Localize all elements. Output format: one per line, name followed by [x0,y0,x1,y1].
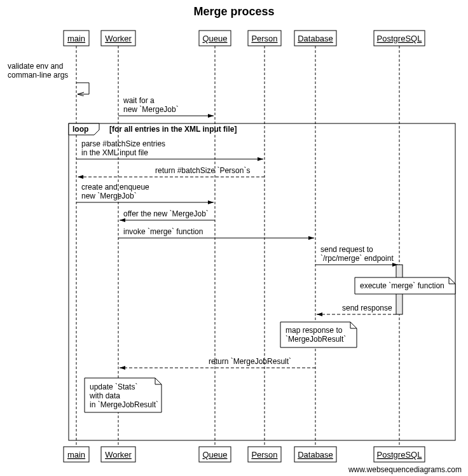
participant-bottom-main: main [64,447,89,462]
svg-text:Person: Person [251,450,277,459]
svg-text:send response: send response [342,304,392,312]
svg-text:Queue: Queue [202,450,227,459]
svg-text:PostgreSQL: PostgreSQL [377,450,422,459]
svg-text:parse #batchSize entriesin the: parse #batchSize entriesin the XML input… [81,139,165,157]
participant-top-worker: Worker [101,31,135,46]
msg-invoke-merge: invoke `merge` function [118,227,314,238]
svg-text:Worker: Worker [105,450,132,459]
participant-bottom-worker: Worker [101,447,135,462]
participant-top-database: Database [294,31,336,46]
svg-text:main: main [67,34,85,43]
svg-text:Database: Database [298,450,333,459]
msg-send-response: send response [317,304,396,314]
svg-text:return #batchSize `Person`s: return #batchSize `Person`s [155,166,250,175]
svg-text:invoke `merge` function: invoke `merge` function [123,227,203,236]
svg-text:validate env andcomman-line ar: validate env andcomman-line args [8,62,68,80]
participant-top-person: Person [248,31,281,46]
note-update-stats: update `Stats`with datain `MergeJobResul… [85,378,162,412]
sequence-diagram: Merge process main Worker Queue Person D… [0,0,468,476]
diagram-title: Merge process [193,5,274,18]
svg-text:main: main [67,450,85,459]
svg-text:create and enqueuenew `MergeJo: create and enqueuenew `MergeJob` [81,183,149,200]
svg-text:Queue: Queue [202,34,227,43]
svg-text:[for all entries in the XML in: [for all entries in the XML input file] [109,125,237,134]
participant-bottom-database: Database [294,447,336,462]
msg-parse-entries: parse #batchSize entriesin the XML input… [76,139,263,159]
svg-text:execute `merge` function: execute `merge` function [360,281,444,290]
credit: www.websequencediagrams.com [348,465,462,474]
participant-bottom-queue: Queue [199,447,231,462]
svg-text:loop: loop [72,125,88,134]
participant-bottom-postgresql: PostgreSQL [374,447,425,462]
svg-text:Database: Database [298,34,333,43]
participant-bottom-person: Person [248,447,281,462]
msg-create-enqueue: create and enqueuenew `MergeJob` [76,183,214,202]
note-map-response: map response to`MergeJobResult` [280,322,357,347]
svg-text:Person: Person [251,34,277,43]
svg-text:wait for anew `MergeJob`: wait for anew `MergeJob` [123,96,179,114]
svg-text:Worker: Worker [105,34,132,43]
msg-wait-for-mergejob: wait for anew `MergeJob` [118,96,214,116]
participant-top-main: main [64,31,89,46]
svg-text:return `MergeJobResult`: return `MergeJobResult` [209,357,291,366]
svg-text:map response to`MergeJobResult: map response to`MergeJobResult` [286,326,346,344]
msg-return-persons: return #batchSize `Person`s [78,166,265,177]
svg-text:offer the new `MergeJob`: offer the new `MergeJob` [123,209,209,218]
note-execute-merge: execute `merge` function [355,277,455,294]
msg-send-request: send request to`/rpc/merge` endpoint [315,245,398,265]
svg-text:send request to`/rpc/merge` en: send request to`/rpc/merge` endpoint [320,245,394,263]
msg-offer-mergejob: offer the new `MergeJob` [120,209,215,220]
self-message-validate: validate env andcomman-line args [8,62,89,94]
svg-text:PostgreSQL: PostgreSQL [377,34,422,43]
participant-top-postgresql: PostgreSQL [374,31,425,46]
participant-top-queue: Queue [199,31,231,46]
msg-return-mergejobresult: return `MergeJobResult` [120,357,315,368]
